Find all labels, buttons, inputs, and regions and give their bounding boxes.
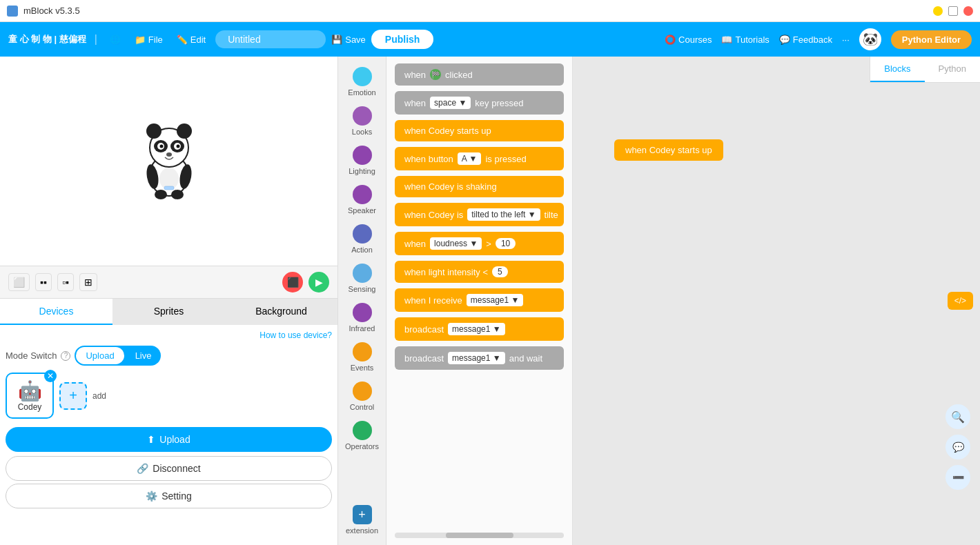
app-icon	[7, 6, 18, 17]
category-infrared[interactable]: Infrared	[341, 299, 383, 336]
minimize-button[interactable]	[933, 6, 943, 16]
publish-button[interactable]: Publish	[371, 30, 434, 49]
control-dot	[353, 382, 372, 401]
svg-point-8	[159, 144, 163, 148]
lighting-label: Lighting	[349, 167, 375, 175]
category-speaker[interactable]: Speaker	[341, 181, 383, 218]
device-remove-button[interactable]: ✕	[44, 370, 57, 382]
zoom-out-icon: 💬	[952, 442, 964, 453]
feedback-icon: 💬	[779, 34, 790, 45]
file-menu-button[interactable]: 📁 File	[130, 32, 167, 48]
upload-icon: ⬆	[147, 434, 155, 445]
extension-label: extension	[346, 526, 378, 535]
zoom-out-button[interactable]: 💬	[945, 435, 970, 459]
category-looks[interactable]: Looks	[341, 103, 383, 139]
courses-icon: ⭕	[665, 34, 676, 45]
globe-button[interactable]: 🌐	[106, 32, 125, 48]
looks-dot	[353, 106, 372, 126]
center-icon: ➖	[952, 472, 964, 483]
add-device-button[interactable]: +	[59, 382, 87, 410]
category-action[interactable]: Action	[341, 221, 383, 257]
sensing-dot	[353, 264, 372, 283]
toolbar-right: ⭕ Courses 📖 Tutorials 💬 Feedback ··· 🐼 P…	[665, 28, 972, 50]
block-when-codey-starts[interactable]: when Codey starts up	[395, 120, 564, 141]
workspace-block-codey-starts[interactable]: when Codey starts up	[614, 139, 723, 161]
project-title-input[interactable]	[215, 30, 326, 48]
block-when-receive[interactable]: when I receive message1 ▼	[395, 288, 564, 312]
workspace[interactable]: when Codey starts up </> 🔍 💬 ➖ Blocks Py…	[573, 57, 980, 545]
tutorials-button[interactable]: 📖 Tutorials	[721, 34, 769, 45]
add-label: add	[92, 391, 106, 401]
lighting-dot	[353, 146, 372, 165]
events-dot	[353, 342, 372, 361]
category-extension[interactable]: + extension	[341, 502, 383, 538]
block-broadcast-wait[interactable]: broadcast message1 ▼ and wait	[395, 346, 564, 370]
device-card-codey[interactable]: ✕ 🤖 Codey	[6, 373, 54, 419]
block-when-light[interactable]: when light intensity < 5	[395, 261, 564, 283]
mode-switch-row: Mode Switch ? Upload Live	[6, 346, 332, 366]
plus-icon: +	[69, 388, 77, 404]
block-when-key-pressed[interactable]: when space ▼ key pressed	[395, 91, 564, 115]
python-editor-button[interactable]: Python Editor	[891, 30, 972, 49]
window-controls	[933, 6, 973, 16]
upload-large-button[interactable]: ⬆ Upload	[6, 427, 332, 452]
code-icon-button[interactable]: </>	[948, 292, 973, 310]
upload-mode-button[interactable]: Upload	[76, 347, 124, 364]
how-to-link[interactable]: How to use device?	[6, 330, 332, 340]
expand-stage-button[interactable]: ⬜	[8, 273, 30, 291]
medium-stage-button[interactable]: ▫▪	[57, 273, 74, 291]
maximize-button[interactable]	[948, 6, 958, 16]
category-lighting[interactable]: Lighting	[341, 142, 383, 179]
close-button[interactable]	[963, 6, 973, 16]
more-button[interactable]: ···	[842, 34, 850, 45]
stop-button[interactable]: ⬛	[282, 272, 303, 293]
block-when-shaking[interactable]: when Codey is shaking	[395, 176, 564, 197]
avatar: 🐼	[859, 28, 881, 50]
tab-background[interactable]: Background	[225, 299, 337, 325]
tab-devices[interactable]: Devices	[0, 299, 112, 325]
setting-icon: ⚙️	[146, 490, 157, 502]
save-button[interactable]: 💾 Save	[331, 34, 366, 45]
small-stage-button[interactable]: ▪▪	[35, 273, 52, 291]
tab-sprites[interactable]: Sprites	[112, 299, 225, 325]
infrared-dot	[353, 303, 372, 322]
category-operators[interactable]: Operators	[341, 417, 383, 454]
block-when-loudness[interactable]: when loudness ▼ > 10	[395, 232, 564, 255]
center-button[interactable]: ➖	[945, 465, 970, 490]
file-icon: 📁	[135, 34, 146, 45]
block-when-button[interactable]: when button A ▼ is pressed	[395, 147, 564, 170]
svg-point-3	[177, 123, 192, 139]
category-events[interactable]: Events	[341, 339, 383, 375]
courses-button[interactable]: ⭕ Courses	[665, 34, 712, 45]
category-emotion[interactable]: Emotion	[341, 63, 383, 100]
sensing-label: Sensing	[349, 285, 376, 293]
more-icon: ···	[842, 34, 850, 45]
block-list-scrollbar[interactable]	[395, 533, 564, 538]
live-mode-button[interactable]: Live	[126, 346, 161, 366]
grid-stage-button[interactable]: ⊞	[79, 273, 97, 291]
block-broadcast[interactable]: broadcast message1 ▼	[395, 317, 564, 341]
block-categories-panel: Emotion Looks Lighting Speaker Action Se…	[338, 57, 386, 545]
zoom-in-button[interactable]: 🔍	[945, 404, 970, 429]
extension-dot: +	[353, 505, 372, 524]
looks-label: Looks	[352, 128, 372, 136]
block-when-tilted[interactable]: when Codey is tilted to the left ▼ tilte	[395, 203, 564, 226]
tab-blocks[interactable]: Blocks	[870, 57, 924, 82]
grid-icon: ⊞	[84, 277, 92, 288]
disconnect-button[interactable]: 🔗 Disconnect	[6, 456, 332, 481]
action-dot	[353, 224, 372, 244]
feedback-button[interactable]: 💬 Feedback	[779, 34, 832, 45]
brand-text: 童 心 制 物 | 慈偏程	[8, 33, 86, 46]
stage-controls: ⬜ ▪▪ ▫▪ ⊞ ⬛ ▶	[0, 266, 337, 299]
category-control[interactable]: Control	[341, 378, 383, 415]
action-label: Action	[351, 246, 373, 254]
setting-button[interactable]: ⚙️ Setting	[6, 484, 332, 508]
block-when-clicked[interactable]: when 🏁 clicked	[395, 63, 564, 86]
emotion-dot	[353, 67, 372, 86]
edit-menu-button[interactable]: ✏️ Edit	[173, 32, 210, 48]
mode-switch-info-icon: ?	[61, 351, 70, 361]
category-sensing[interactable]: Sensing	[341, 260, 383, 297]
tab-python[interactable]: Python	[925, 57, 980, 82]
play-button[interactable]: ▶	[308, 272, 329, 293]
control-label: Control	[350, 403, 374, 411]
